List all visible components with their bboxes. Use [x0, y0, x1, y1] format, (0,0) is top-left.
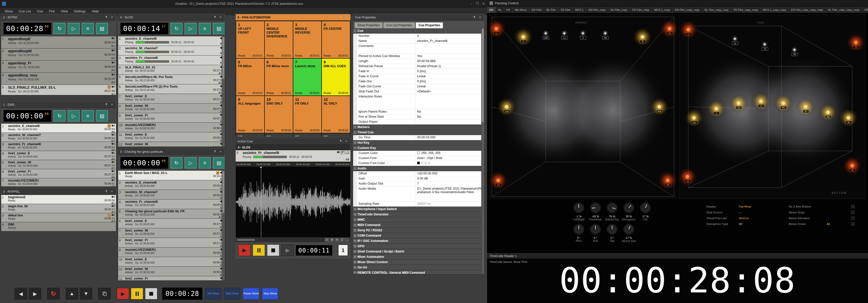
list-view-button[interactable]: ≡: [82, 110, 94, 122]
option-value[interactable]: 3D: [739, 223, 742, 226]
cue-row[interactable]: 11live2_zomer_EAsleepGo: 01:30:00.00000:…: [118, 132, 224, 142]
pan-cue-button-5[interactable]: 5FR MOveReady00:00:01: [236, 59, 264, 96]
pan-cue-button-8[interactable]: 8DIM ALL CUESReady00:00:00: [322, 59, 350, 96]
cue-pause-button[interactable]: [253, 244, 265, 256]
knob-dial[interactable]: [623, 224, 634, 235]
fire-button[interactable]: ▷: [185, 157, 196, 168]
property-row-name[interactable]: Namesecintro_Fr_channel8: [353, 39, 484, 44]
menu-fire[interactable]: Fire: [46, 8, 57, 14]
loop-toggle-button[interactable]: [345, 151, 349, 154]
option-value[interactable]: Top+Rear: [739, 205, 751, 208]
cue-row[interactable]: 4SLS_FINAL2_DX_01AsleepGo: 00:01:00.0000…: [118, 65, 224, 75]
property-row-audio-output-slot[interactable]: Audio Output Slot7: [353, 181, 484, 187]
pan-cue-button-13[interactable]: 13: [236, 133, 264, 136]
loop-button[interactable]: ↻: [54, 110, 65, 122]
knob-bottom-top[interactable]: 76 %Bottom/Top: [604, 202, 620, 221]
cue-row[interactable]: 12live2_zomer_NlAsleepGo: 01:30:00.00000…: [118, 142, 224, 146]
pan-tab-nl-film-copy-copy[interactable]: NL Film_copy_copy: [702, 7, 731, 13]
expander-icon[interactable]: −: [354, 167, 356, 170]
section-markers[interactable]: +Markers: [353, 125, 484, 130]
pin-icon[interactable]: [339, 140, 343, 143]
pin-icon[interactable]: [213, 150, 217, 153]
cue-row[interactable]: 10live2_zomer_EAsleepGo: 01:30:00.00000:…: [118, 257, 224, 267]
menu-cue-list[interactable]: Cue List: [17, 8, 34, 14]
loop-button[interactable]: ↻: [54, 23, 65, 34]
loop-button[interactable]: ↻: [170, 157, 182, 168]
property-row-go-time[interactable]: Go Time00:00:03.000: [353, 135, 484, 140]
close-icon[interactable]: ✕: [110, 103, 114, 106]
close-icon[interactable]: ✕: [344, 140, 349, 143]
grid-view-button[interactable]: ▤: [213, 157, 225, 168]
cue-row[interactable]: 8live1_zomer_NlAsleepGo: 01:00:00.00000:…: [118, 104, 224, 113]
init-show-button[interactable]: Init Show: [205, 288, 221, 300]
pan-cue-button-2[interactable]: 2MIDDLE CENTER DIVERGENCEReady00:00:01: [265, 21, 293, 58]
property-row-custom-font[interactable]: Custom FontArial / -10pt / Bold: [353, 156, 484, 161]
move-down-button[interactable]: ▼: [80, 288, 92, 300]
pan-view-front[interactable]: LsRsLbRbLRLssRssLFELcCRcFRONT: [490, 15, 676, 199]
cue-row[interactable]: 2secintro_Nl_channel7Playing00:00:11 - 0…: [118, 46, 224, 56]
list-view-button[interactable]: ≡: [82, 23, 94, 34]
cue-row[interactable]: 6SecretLiveOfStars-FR (2) Pro ToolsAslee…: [118, 84, 224, 94]
close-icon[interactable]: ✕: [344, 15, 349, 19]
previous-cue-button[interactable]: ◀: [14, 288, 27, 300]
fire-button[interactable]: ▷: [68, 110, 80, 122]
flag-button[interactable]: [341, 151, 345, 154]
pan-cue-button-12[interactable]: 12NL ONLYReady00:00:00: [322, 96, 350, 133]
expander-icon[interactable]: +: [354, 224, 356, 226]
pan-cue-button-9[interactable]: 9ALL languagesReady00:00:00: [236, 96, 264, 133]
property-row-rehearsal-preset[interactable]: Rehearsal PresetInvalid (Preset 1): [353, 64, 484, 69]
section-com-command[interactable]: +COM Command: [353, 233, 484, 238]
pan-cue-button-14[interactable]: 14: [265, 133, 293, 136]
cue-row[interactable]: 6live1_zomer_FrAsleepGo: 01:00:00.00000:…: [1, 169, 116, 178]
close-icon[interactable]: ✕: [110, 15, 114, 19]
pan-tab-en-film-copy-copy[interactable]: EN Film_copy_copy: [673, 7, 702, 13]
cue-row[interactable]: 1secintro_E_channel6Playing00:00:11 - 00…: [118, 36, 224, 46]
cue-row[interactable]: 2appendloopNlAsleepGo: 01:30:00.00000:10…: [1, 48, 116, 61]
pan-tab-en[interactable]: EN: [487, 7, 496, 13]
fire-button[interactable]: ▷: [185, 23, 196, 34]
cue-row[interactable]: 1Earth Moon Sun i MAG_01-LReady!00:16:34…: [118, 171, 224, 180]
pause-show-button[interactable]: Pause Show: [243, 288, 259, 300]
cue-stop-button[interactable]: [267, 244, 279, 256]
cue-row[interactable]: 7muziekLIVEZOMER1AsleepGo: 01:00:00.0000…: [1, 178, 116, 187]
pin-icon[interactable]: [339, 15, 343, 19]
knob-source-size[interactable]: 17 %Source Size: [620, 224, 637, 242]
knob-dial[interactable]: [623, 202, 634, 213]
pan-cue-button-3[interactable]: 3MIDDLE REVERSEReady00:00:01: [293, 21, 321, 58]
zoom-button-3[interactable]: Σ: [340, 238, 344, 242]
pan-tab-en-film[interactable]: EN Film: [529, 7, 544, 13]
zoom-button-2[interactable]: ⊖: [335, 238, 339, 242]
expander-icon[interactable]: −: [354, 131, 356, 134]
section-mixer-direct-control[interactable]: +Mixer Direct Control: [353, 260, 484, 265]
expander-icon[interactable]: +: [354, 261, 356, 263]
pan-tab-fr-film-copy[interactable]: FR Film_copy: [630, 7, 652, 13]
zoom-button-4[interactable]: ↔: [345, 238, 349, 242]
pin-icon[interactable]: [104, 15, 108, 19]
cue-row[interactable]: 4secintro_Fr_channel8AsleepGo: 00:00:02.…: [118, 199, 224, 209]
expander-icon[interactable]: +: [354, 126, 356, 128]
section-shell-command-script-batch[interactable]: +Shell Command / Script / Batch: [353, 249, 484, 254]
list-view-button[interactable]: ≡: [199, 23, 211, 34]
fire-button[interactable]: ▷: [68, 23, 80, 34]
property-row-stop-fade-out[interactable]: Stop Fade Out<Default>: [353, 89, 484, 94]
cue-row[interactable]: 7live1_zomer_EAsleepGo: 01:00:00.00000:0…: [118, 94, 224, 104]
pin-icon[interactable]: [472, 15, 477, 19]
property-row-fire-at-show-start[interactable]: Fire at Show StartNo: [353, 114, 484, 120]
playhead-cursor[interactable]: [261, 167, 261, 237]
pan-tab-fr[interactable]: FR: [504, 7, 513, 13]
property-row-fade-out-curve[interactable]: Fade Out CurveLinear: [353, 84, 484, 89]
cue-row[interactable]: 2secintro_E_channel6AsleepGo: 00:00:00.0…: [118, 180, 224, 190]
knob-dial[interactable]: [606, 224, 618, 235]
section-remote-control-general-midi-command[interactable]: +REMOTE CONTROL: General MIDI Command: [353, 270, 484, 274]
expander-icon[interactable]: −: [354, 147, 356, 149]
section-microphone-input-switch[interactable]: +Microphone / Input Switch: [353, 207, 484, 212]
close-icon[interactable]: ✕: [110, 190, 114, 193]
expander-icon[interactable]: −: [354, 30, 356, 32]
cue-row[interactable]: 5Chasing the ghost particule ENG NL FRAs…: [118, 209, 224, 219]
vertical-scrollbar[interactable]: [222, 171, 224, 280]
expander-icon[interactable]: +: [354, 240, 356, 242]
cue-row[interactable]: 9live1_zomer_FrAsleepGo: 01:00:00.00000:…: [118, 113, 224, 123]
expander-icon[interactable]: +: [354, 250, 356, 253]
cue-row[interactable]: 3secintro_Fr_channel8Playing00:00:11 - 0…: [118, 56, 224, 65]
menu-view[interactable]: View: [58, 8, 70, 14]
